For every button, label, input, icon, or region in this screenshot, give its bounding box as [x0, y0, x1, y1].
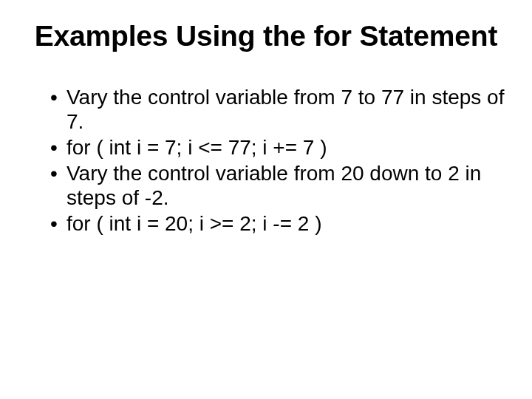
list-item: Vary the control variable from 20 down t…	[50, 161, 508, 210]
list-item: Vary the control variable from 7 to 77 i…	[50, 85, 508, 134]
list-item: for ( int i = 7; i <= 77; i += 7 )	[50, 135, 508, 160]
slide: Examples Using the for Statement Vary th…	[0, 0, 532, 399]
list-item: for ( int i = 20; i >= 2; i -= 2 )	[50, 211, 508, 236]
slide-title: Examples Using the for Statement	[24, 21, 508, 52]
bullet-list: Vary the control variable from 7 to 77 i…	[24, 85, 508, 236]
